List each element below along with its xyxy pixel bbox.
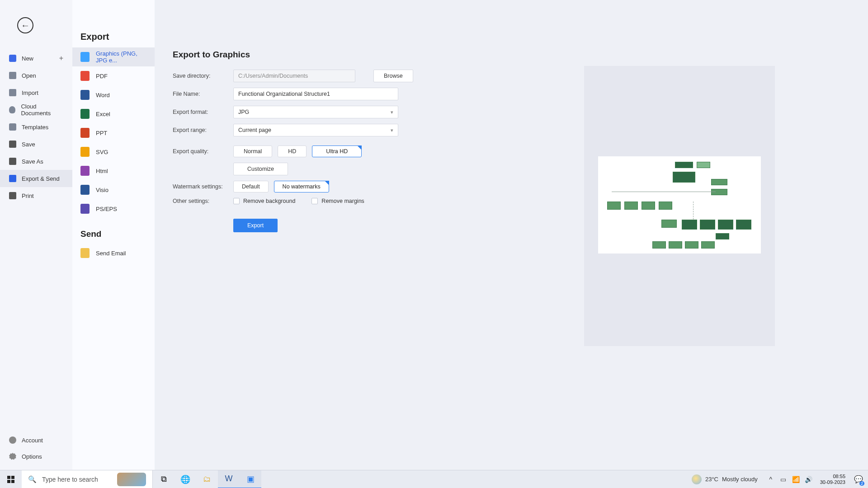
taskbar-app-edge[interactable]: 🌐 (175, 470, 196, 488)
word-file-icon (80, 90, 90, 100)
task-view-icon[interactable]: ⧉ (153, 470, 175, 488)
checkbox-remove-background[interactable]: Remove background (233, 198, 295, 204)
graphics-file-icon (80, 52, 90, 62)
type-label: PPT (96, 130, 107, 136)
taskbar-search[interactable]: 🔍 Type here to search (22, 470, 153, 488)
weather-desc: Mostly cloudy (722, 476, 758, 483)
label-other: Other settings: (173, 198, 227, 204)
label-export-format: Export format: (173, 109, 227, 115)
panel-heading: Export to Graphics (173, 50, 850, 60)
type-graphics[interactable]: Graphics (PNG, JPG e... (72, 47, 155, 66)
action-center-icon[interactable]: 💬2 (852, 470, 865, 488)
checkbox-box (311, 198, 318, 204)
type-label: PDF (96, 73, 108, 80)
browse-button[interactable]: Browse (373, 70, 413, 82)
export-button[interactable]: Export (233, 219, 278, 232)
add-icon[interactable]: + (59, 54, 63, 62)
windows-taskbar: 🔍 Type here to search ⧉ 🌐 🗂 W ▣ 23°C Mos… (0, 470, 868, 488)
checkbox-label: Remove background (243, 198, 295, 204)
watermark-none[interactable]: No watermarks (274, 181, 329, 192)
nav-templates[interactable]: Templates (0, 118, 72, 136)
nav-label: Export & Send (22, 175, 60, 182)
cloud-icon (9, 106, 15, 113)
type-word[interactable]: Word (72, 85, 155, 104)
folder-icon (9, 72, 16, 79)
nav-label: Account (22, 437, 43, 444)
nav-label: Save As (22, 158, 43, 165)
excel-file-icon (80, 109, 90, 119)
checkbox-label: Remove margins (321, 198, 364, 204)
system-tray: 23°C Mostly cloudy ^ ▭ 📶 🔊 08:55 30-09-2… (692, 470, 868, 488)
back-button[interactable]: ← (17, 17, 33, 33)
file-name-field[interactable]: Functional Organizational Structure1 (233, 88, 398, 100)
type-svg[interactable]: SVG (72, 142, 155, 161)
ps-file-icon (80, 204, 90, 214)
nav-print[interactable]: Print (0, 187, 72, 204)
taskbar-app-explorer[interactable]: 🗂 (196, 470, 218, 488)
clock-date: 30-09-2023 (820, 479, 845, 485)
html-file-icon (80, 166, 90, 176)
nav-account[interactable]: Account (0, 432, 72, 448)
nav-import[interactable]: Import (0, 84, 72, 101)
type-visio[interactable]: Visio (72, 180, 155, 199)
nav-label: Cloud Documents (21, 103, 63, 117)
preview-area (584, 66, 775, 346)
quality-normal[interactable]: Normal (233, 145, 272, 157)
import-icon (9, 89, 16, 96)
label-file-name: File Name: (173, 91, 227, 97)
start-button[interactable] (0, 470, 22, 488)
type-send-email[interactable]: Send Email (72, 244, 155, 263)
nav-label: Import (22, 89, 38, 96)
export-format-select[interactable]: JPG (233, 106, 398, 118)
nav-options[interactable]: Options (0, 448, 72, 465)
email-icon (80, 248, 90, 258)
taskbar-app-edrawmax[interactable]: ▣ (240, 470, 261, 488)
type-ppt[interactable]: PPT (72, 123, 155, 142)
quality-segment: Normal HD Ultra HD (233, 145, 362, 157)
checkbox-remove-margins[interactable]: Remove margins (311, 198, 364, 204)
taskbar-clock[interactable]: 08:55 30-09-2023 (816, 474, 849, 485)
save-icon (9, 141, 16, 148)
nav-new[interactable]: New + (0, 50, 72, 67)
label-export-quality: Export quality: (173, 148, 227, 155)
save-directory-field[interactable]: C:/Users/Admin/Documents (233, 70, 355, 82)
type-label: SVG (96, 149, 108, 155)
tray-meet-now-icon[interactable]: ▭ (778, 470, 788, 488)
type-excel[interactable]: Excel (72, 104, 155, 123)
nav-cloud-documents[interactable]: Cloud Documents (0, 101, 72, 118)
nav-label: Options (22, 453, 42, 460)
nav-export-send[interactable]: Export & Send (0, 170, 72, 187)
watermark-default[interactable]: Default (233, 181, 269, 192)
type-pdf[interactable]: PDF (72, 66, 155, 85)
nav-open[interactable]: Open (0, 67, 72, 84)
nav-save[interactable]: Save (0, 136, 72, 153)
save-as-icon (9, 158, 16, 165)
nav-label: Templates (22, 124, 48, 131)
tray-wifi-icon[interactable]: 📶 (791, 470, 801, 488)
type-label: Graphics (PNG, JPG e... (96, 50, 146, 64)
preview-thumbnail (598, 156, 761, 253)
search-highlight-icon (117, 473, 146, 486)
type-label: Visio (96, 187, 108, 193)
type-pseps[interactable]: PS/EPS (72, 199, 155, 218)
nav-save-as[interactable]: Save As (0, 153, 72, 170)
type-label: PS/EPS (96, 206, 117, 212)
clock-time: 08:55 (820, 474, 845, 479)
quality-ultra-hd[interactable]: Ultra HD (312, 145, 362, 157)
print-icon (9, 192, 16, 199)
plus-square-icon (9, 55, 16, 62)
tray-chevron-icon[interactable]: ^ (766, 470, 776, 488)
type-html[interactable]: Html (72, 161, 155, 180)
taskbar-app-word[interactable]: W (218, 470, 240, 488)
account-icon (9, 436, 16, 444)
type-label: Send Email (96, 250, 126, 257)
export-range-select[interactable]: Current page (233, 124, 398, 136)
type-label: Excel (96, 111, 110, 117)
customize-button[interactable]: Customize (233, 163, 288, 175)
tray-volume-icon[interactable]: 🔊 (804, 470, 814, 488)
weather-widget[interactable]: 23°C Mostly cloudy (692, 474, 758, 484)
notif-badge: 2 (859, 481, 864, 486)
quality-hd[interactable]: HD (278, 145, 307, 157)
export-form-panel: Export to Graphics Save directory: C:/Us… (155, 0, 868, 470)
pdf-file-icon (80, 71, 90, 81)
